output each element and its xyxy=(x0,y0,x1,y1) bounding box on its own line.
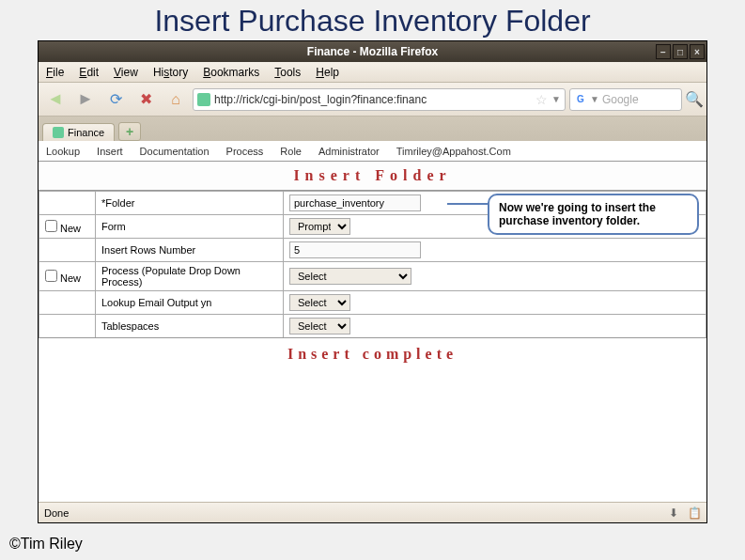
page-heading: Insert Folder xyxy=(39,162,706,191)
new-checkbox[interactable] xyxy=(45,220,57,232)
tab-finance[interactable]: Finance xyxy=(42,123,115,141)
maximize-button[interactable]: □ xyxy=(673,44,688,59)
search-bar[interactable]: G ▼ Google xyxy=(569,88,682,111)
home-icon: ⌂ xyxy=(171,91,180,108)
search-go-button[interactable]: 🔍 xyxy=(686,91,703,108)
slide-title: Insert Purchase Inventory Folder xyxy=(0,0,745,40)
table-row: Lookup Email Output yn Select xyxy=(39,291,706,315)
browser-toolbar: ◄ ► ⟳ ✖ ⌂ http://rick/cgi-bin/post_login… xyxy=(39,83,706,117)
app-menu-insert[interactable]: Insert xyxy=(97,146,123,157)
magnifier-icon: 🔍 xyxy=(685,90,704,108)
field-label: Process (Populate Drop Down Process) xyxy=(96,262,284,291)
back-button[interactable]: ◄ xyxy=(42,86,69,113)
app-menubar: Lookup Insert Documentation Process Role… xyxy=(39,141,706,162)
url-dropdown-icon[interactable]: ▼ xyxy=(551,94,561,104)
checkbox-label: New xyxy=(60,223,81,234)
app-menu-process[interactable]: Process xyxy=(226,146,264,157)
table-row: Insert Rows Number xyxy=(39,239,706,262)
bookmark-star-icon[interactable]: ☆ xyxy=(535,92,548,107)
url-text: http://rick/cgi-bin/post_login?finance:f… xyxy=(214,93,532,106)
app-menu-user[interactable]: Timriley@Appahost.Com xyxy=(396,146,511,157)
window-controls: − □ × xyxy=(656,44,705,59)
form-select[interactable]: Prompt xyxy=(289,218,350,235)
home-button[interactable]: ⌂ xyxy=(163,86,189,113)
menu-view[interactable]: View xyxy=(106,66,146,79)
search-placeholder: Google xyxy=(602,93,677,106)
google-icon: G xyxy=(574,93,587,106)
minimize-button[interactable]: − xyxy=(656,44,671,59)
menu-history[interactable]: History xyxy=(146,66,195,79)
field-label: *Folder xyxy=(96,192,284,215)
content-gap xyxy=(39,370,706,502)
menu-edit[interactable]: Edit xyxy=(71,66,106,79)
window-title: Finance - Mozilla Firefox xyxy=(307,45,438,58)
browser-menubar: File Edit View History Bookmarks Tools H… xyxy=(39,62,706,83)
statusbar-right: ⬇ 📋 xyxy=(669,506,701,520)
stop-icon: ✖ xyxy=(140,90,152,108)
checkbox-label: New xyxy=(60,272,81,284)
browser-window: Finance - Mozilla Firefox − □ × File Edi… xyxy=(38,40,707,523)
status-heading: Insert complete xyxy=(39,337,706,370)
menu-file[interactable]: File xyxy=(39,66,71,79)
process-select[interactable]: Select xyxy=(289,268,411,285)
tab-favicon-icon xyxy=(53,127,64,138)
url-favicon-icon xyxy=(197,93,210,106)
app-menu-lookup[interactable]: Lookup xyxy=(46,146,80,157)
tab-label: Finance xyxy=(68,127,104,138)
field-label: Tablespaces xyxy=(96,315,284,338)
search-engine-dropdown-icon[interactable]: ▼ xyxy=(590,94,599,104)
arrow-right-icon: ► xyxy=(77,89,94,109)
app-menu-administrator[interactable]: Administrator xyxy=(318,146,380,157)
menu-bookmarks[interactable]: Bookmarks xyxy=(195,66,267,79)
tablespaces-select[interactable]: Select xyxy=(289,318,350,334)
tabbar: Finance + xyxy=(39,117,706,141)
annotation-callout: Now we're going to insert the purchase i… xyxy=(488,194,699,235)
table-row: New Process (Populate Drop Down Process)… xyxy=(39,262,706,291)
form-area: Now we're going to insert the purchase i… xyxy=(39,191,706,337)
titlebar: Finance - Mozilla Firefox − □ × xyxy=(39,41,706,62)
reload-icon: ⟳ xyxy=(110,90,122,108)
rows-number-input[interactable] xyxy=(289,241,421,258)
arrow-left-icon: ◄ xyxy=(47,89,64,109)
download-icon[interactable]: ⬇ xyxy=(669,506,682,520)
app-menu-role[interactable]: Role xyxy=(280,146,302,157)
new-checkbox[interactable] xyxy=(45,270,57,282)
close-button[interactable]: × xyxy=(690,44,705,59)
field-label: Insert Rows Number xyxy=(96,239,284,262)
url-bar[interactable]: http://rick/cgi-bin/post_login?finance:f… xyxy=(193,88,566,111)
new-tab-button[interactable]: + xyxy=(118,122,141,141)
statusbar-text: Done xyxy=(44,507,69,519)
table-row: Tablespaces Select xyxy=(39,315,706,338)
app-menu-documentation[interactable]: Documentation xyxy=(140,146,210,157)
forward-button[interactable]: ► xyxy=(72,86,99,113)
copyright: ©Tim Riley xyxy=(9,536,83,552)
field-label: Form xyxy=(96,215,284,239)
reload-button[interactable]: ⟳ xyxy=(102,86,129,113)
menu-help[interactable]: Help xyxy=(308,66,347,79)
menu-tools[interactable]: Tools xyxy=(267,66,308,79)
statusbar: Done ⬇ 📋 xyxy=(39,502,706,522)
stop-button[interactable]: ✖ xyxy=(132,86,159,113)
folder-input[interactable] xyxy=(289,194,421,211)
email-output-select[interactable]: Select xyxy=(289,294,350,311)
field-label: Lookup Email Output yn xyxy=(96,291,284,315)
notes-icon[interactable]: 📋 xyxy=(688,506,701,520)
